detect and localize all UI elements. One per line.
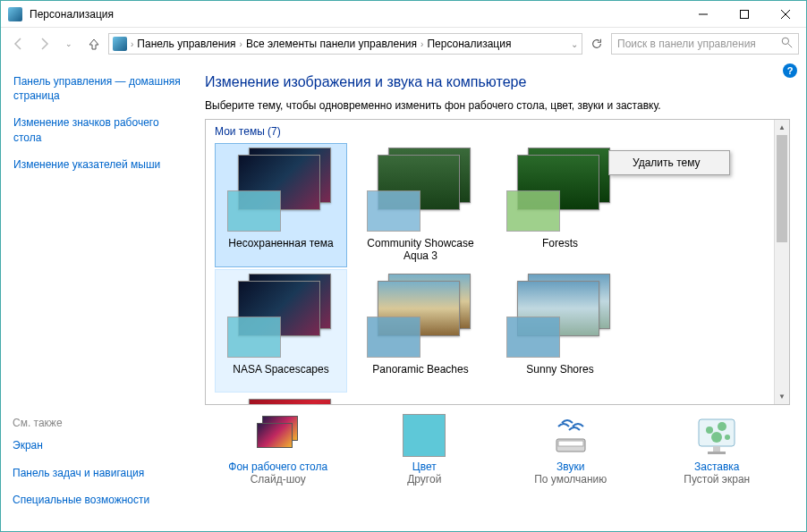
theme-thumbnail — [506, 274, 614, 358]
back-button[interactable] — [8, 33, 30, 55]
window-icon — [8, 7, 22, 21]
theme-name: Community Showcase Aqua 3 — [357, 237, 484, 263]
search-input[interactable] — [617, 38, 781, 50]
theme-item[interactable]: Синхронизированная тема — [215, 394, 347, 404]
theme-thumbnail — [506, 148, 614, 232]
see-also-display[interactable]: Экран — [13, 438, 191, 452]
bottom-sounds[interactable]: Звуки По умолчанию — [504, 414, 638, 486]
screensaver-icon — [695, 414, 738, 457]
theme-item[interactable]: Forests — [494, 143, 626, 267]
close-button[interactable] — [765, 1, 806, 28]
bottom-bar: Фон рабочего стола Слайд-шоу Цвет Другой… — [205, 405, 790, 486]
control-panel-icon — [113, 37, 127, 51]
svg-point-4 — [782, 38, 788, 44]
theme-item[interactable]: Несохраненная тема — [215, 143, 347, 267]
svg-rect-1 — [741, 10, 749, 18]
svg-point-11 — [711, 432, 722, 443]
background-icon — [257, 414, 300, 457]
scroll-down-icon[interactable]: ▼ — [775, 389, 789, 404]
chevron-right-icon: › — [240, 39, 242, 49]
bottom-screensaver-link[interactable]: Заставка — [694, 460, 740, 473]
address-bar[interactable]: › Панель управления › Все элементы панел… — [108, 33, 582, 55]
search-box[interactable] — [611, 33, 799, 55]
theme-thumbnail — [367, 274, 474, 358]
theme-thumbnail — [227, 399, 335, 404]
bottom-background[interactable]: Фон рабочего стола Слайд-шоу — [211, 414, 345, 486]
scroll-up-icon[interactable]: ▲ — [775, 120, 789, 135]
sidebar-link-icons[interactable]: Изменение значков рабочего стола — [13, 115, 185, 144]
theme-thumbnail — [367, 148, 474, 232]
content: ? Изменение изображения и звука на компь… — [198, 60, 806, 531]
svg-point-9 — [706, 426, 713, 434]
bottom-sounds-link[interactable]: Звуки — [556, 460, 584, 473]
scrollbar[interactable]: ▲ ▼ — [774, 120, 789, 404]
my-themes-label: Мои темы (7) — [215, 125, 765, 138]
theme-item[interactable]: Panoramic Beaches — [354, 269, 487, 393]
theme-thumbnail — [227, 148, 335, 232]
svg-rect-7 — [558, 441, 583, 446]
theme-name: Sunny Shores — [526, 363, 593, 388]
theme-item[interactable]: Community Showcase Aqua 3 — [354, 143, 487, 267]
theme-name: NASA Spacescapes — [233, 363, 328, 388]
see-also-accessibility[interactable]: Специальные возможности — [13, 493, 191, 507]
sidebar-link-home[interactable]: Панель управления — домашняя страница — [13, 74, 185, 103]
bottom-background-sub: Слайд-шоу — [251, 473, 306, 486]
up-button[interactable] — [83, 33, 105, 55]
recent-button[interactable]: ⌄ — [58, 33, 80, 55]
bottom-sounds-sub: По умолчанию — [534, 473, 607, 486]
theme-item[interactable]: Sunny Shores — [494, 269, 626, 393]
scroll-thumb[interactable] — [777, 135, 787, 242]
refresh-button[interactable] — [586, 33, 607, 55]
search-icon[interactable] — [781, 37, 793, 51]
svg-rect-13 — [713, 446, 720, 452]
bottom-color[interactable]: Цвет Другой — [357, 414, 491, 486]
chevron-right-icon: › — [131, 39, 133, 49]
breadcrumb-seg2[interactable]: Все элементы панели управления — [246, 38, 417, 50]
theme-grid: Несохраненная темаCommunity Showcase Aqu… — [215, 143, 765, 404]
svg-point-10 — [718, 422, 726, 431]
see-also-taskbar[interactable]: Панель задач и навигация — [13, 466, 191, 480]
minimize-button[interactable] — [683, 1, 724, 28]
bottom-background-link[interactable]: Фон рабочего стола — [228, 460, 327, 473]
bottom-screensaver[interactable]: Заставка Пустой экран — [650, 414, 784, 486]
breadcrumb-seg3[interactable]: Персонализация — [427, 38, 511, 50]
sidebar: Панель управления — домашняя страница Из… — [1, 60, 198, 531]
bottom-color-link[interactable]: Цвет — [412, 460, 437, 473]
chevron-right-icon: › — [420, 39, 423, 49]
context-menu: Удалить тему — [608, 150, 730, 175]
see-also: См. также Экран Панель задач и навигация… — [13, 417, 191, 519]
theme-name: Forests — [542, 237, 578, 262]
bottom-color-sub: Другой — [407, 473, 441, 486]
page-heading: Изменение изображения и звука на компьют… — [205, 74, 790, 90]
help-button[interactable]: ? — [783, 63, 797, 78]
see-also-header: См. также — [13, 417, 191, 429]
svg-point-12 — [725, 435, 730, 440]
sidebar-link-pointers[interactable]: Изменение указателей мыши — [13, 157, 185, 172]
breadcrumb-seg1[interactable]: Панель управления — [137, 38, 235, 50]
theme-name: Несохраненная тема — [228, 237, 333, 262]
titlebar: Персонализация — [1, 1, 806, 28]
color-icon — [403, 414, 446, 457]
context-menu-delete-theme[interactable]: Удалить тему — [611, 153, 727, 173]
page-subtitle: Выберите тему, чтобы одновременно измени… — [205, 99, 790, 112]
svg-rect-14 — [708, 452, 726, 454]
bottom-screensaver-sub: Пустой экран — [684, 473, 750, 486]
navbar: ⌄ › Панель управления › Все элементы пан… — [1, 28, 806, 60]
window-title: Персонализация — [30, 8, 683, 21]
theme-item[interactable]: NASA Spacescapes — [215, 269, 347, 393]
theme-thumbnail — [227, 274, 335, 358]
forward-button[interactable] — [33, 33, 55, 55]
chevron-down-icon[interactable]: ⌄ — [571, 39, 578, 49]
theme-name: Panoramic Beaches — [372, 363, 468, 388]
svg-line-5 — [788, 44, 792, 47]
sounds-icon — [549, 414, 592, 457]
maximize-button[interactable] — [724, 1, 765, 28]
